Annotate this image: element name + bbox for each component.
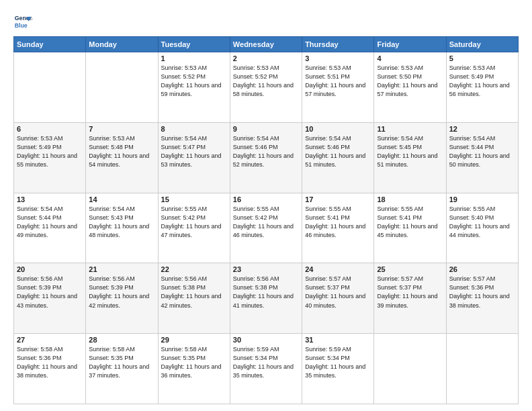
calendar-cell — [446, 334, 518, 404]
day-number: 31 — [305, 336, 371, 344]
calendar-cell: 26 Sunrise: 5:57 AMSunset: 5:36 PMDaylig… — [446, 263, 518, 334]
calendar-cell: 2 Sunrise: 5:53 AMSunset: 5:52 PMDayligh… — [230, 52, 302, 123]
day-info: Sunrise: 5:54 AMSunset: 5:44 PMDaylight:… — [17, 205, 83, 240]
calendar-week-row: 1 Sunrise: 5:53 AMSunset: 5:52 PMDayligh… — [14, 52, 519, 123]
page: General Blue SundayMondayTuesdayWednesda… — [0, 0, 532, 411]
calendar-cell — [14, 52, 86, 123]
calendar-cell: 5 Sunrise: 5:53 AMSunset: 5:49 PMDayligh… — [446, 52, 518, 123]
calendar-cell: 20 Sunrise: 5:56 AMSunset: 5:39 PMDaylig… — [14, 263, 86, 334]
day-info: Sunrise: 5:53 AMSunset: 5:49 PMDaylight:… — [449, 64, 515, 99]
svg-text:Blue: Blue — [15, 22, 28, 29]
day-info: Sunrise: 5:58 AMSunset: 5:35 PMDaylight:… — [89, 345, 154, 380]
calendar-header-sunday: Sunday — [14, 37, 86, 52]
day-number: 17 — [305, 195, 371, 203]
day-number: 9 — [233, 125, 299, 133]
calendar-header-saturday: Saturday — [446, 37, 518, 52]
day-info: Sunrise: 5:54 AMSunset: 5:46 PMDaylight:… — [233, 134, 299, 169]
day-number: 2 — [233, 54, 299, 62]
calendar-cell: 22 Sunrise: 5:56 AMSunset: 5:38 PMDaylig… — [158, 263, 230, 334]
day-info: Sunrise: 5:57 AMSunset: 5:37 PMDaylight:… — [377, 275, 443, 310]
day-info: Sunrise: 5:59 AMSunset: 5:34 PMDaylight:… — [233, 345, 299, 380]
day-info: Sunrise: 5:56 AMSunset: 5:38 PMDaylight:… — [161, 275, 227, 310]
calendar-cell: 4 Sunrise: 5:53 AMSunset: 5:50 PMDayligh… — [374, 52, 446, 123]
day-number: 11 — [377, 125, 443, 133]
day-number: 22 — [161, 265, 227, 273]
day-number: 3 — [305, 54, 371, 62]
header: General Blue — [13, 12, 519, 31]
day-info: Sunrise: 5:55 AMSunset: 5:40 PMDaylight:… — [449, 205, 515, 240]
calendar-cell: 10 Sunrise: 5:54 AMSunset: 5:46 PMDaylig… — [302, 122, 374, 193]
calendar-cell — [86, 52, 158, 123]
day-info: Sunrise: 5:54 AMSunset: 5:43 PMDaylight:… — [89, 205, 154, 240]
calendar-cell: 27 Sunrise: 5:58 AMSunset: 5:36 PMDaylig… — [14, 334, 86, 404]
day-info: Sunrise: 5:55 AMSunset: 5:42 PMDaylight:… — [161, 205, 227, 240]
calendar-cell: 7 Sunrise: 5:53 AMSunset: 5:48 PMDayligh… — [86, 122, 158, 193]
day-number: 14 — [89, 195, 154, 203]
calendar-cell: 11 Sunrise: 5:54 AMSunset: 5:45 PMDaylig… — [374, 122, 446, 193]
day-number: 7 — [89, 125, 154, 133]
day-info: Sunrise: 5:55 AMSunset: 5:42 PMDaylight:… — [233, 205, 299, 240]
day-number: 27 — [17, 336, 83, 344]
calendar-header-thursday: Thursday — [302, 37, 374, 52]
calendar-week-row: 20 Sunrise: 5:56 AMSunset: 5:39 PMDaylig… — [14, 263, 519, 334]
day-info: Sunrise: 5:58 AMSunset: 5:36 PMDaylight:… — [17, 345, 83, 380]
day-info: Sunrise: 5:53 AMSunset: 5:48 PMDaylight:… — [89, 134, 154, 169]
calendar-cell: 8 Sunrise: 5:54 AMSunset: 5:47 PMDayligh… — [158, 122, 230, 193]
calendar-cell: 31 Sunrise: 5:59 AMSunset: 5:34 PMDaylig… — [302, 334, 374, 404]
day-info: Sunrise: 5:55 AMSunset: 5:41 PMDaylight:… — [305, 205, 371, 240]
day-info: Sunrise: 5:54 AMSunset: 5:44 PMDaylight:… — [449, 134, 515, 169]
day-info: Sunrise: 5:54 AMSunset: 5:47 PMDaylight:… — [161, 134, 227, 169]
calendar-cell: 16 Sunrise: 5:55 AMSunset: 5:42 PMDaylig… — [230, 193, 302, 263]
calendar-cell: 3 Sunrise: 5:53 AMSunset: 5:51 PMDayligh… — [302, 52, 374, 123]
calendar-cell: 15 Sunrise: 5:55 AMSunset: 5:42 PMDaylig… — [158, 193, 230, 263]
day-info: Sunrise: 5:54 AMSunset: 5:46 PMDaylight:… — [305, 134, 371, 169]
day-number: 29 — [161, 336, 227, 344]
day-number: 20 — [17, 265, 83, 273]
day-number: 21 — [89, 265, 154, 273]
calendar-cell: 6 Sunrise: 5:53 AMSunset: 5:49 PMDayligh… — [14, 122, 86, 193]
day-number: 16 — [233, 195, 299, 203]
calendar-cell: 13 Sunrise: 5:54 AMSunset: 5:44 PMDaylig… — [14, 193, 86, 263]
calendar-cell — [374, 334, 446, 404]
calendar-header-friday: Friday — [374, 37, 446, 52]
day-info: Sunrise: 5:53 AMSunset: 5:50 PMDaylight:… — [377, 64, 443, 99]
calendar-header-monday: Monday — [86, 37, 158, 52]
day-info: Sunrise: 5:55 AMSunset: 5:41 PMDaylight:… — [377, 205, 443, 240]
logo: General Blue — [13, 12, 35, 31]
calendar-cell: 19 Sunrise: 5:55 AMSunset: 5:40 PMDaylig… — [446, 193, 518, 263]
calendar-cell: 28 Sunrise: 5:58 AMSunset: 5:35 PMDaylig… — [86, 334, 158, 404]
calendar-cell: 9 Sunrise: 5:54 AMSunset: 5:46 PMDayligh… — [230, 122, 302, 193]
calendar-header-tuesday: Tuesday — [158, 37, 230, 52]
day-info: Sunrise: 5:53 AMSunset: 5:49 PMDaylight:… — [17, 134, 83, 169]
day-info: Sunrise: 5:53 AMSunset: 5:52 PMDaylight:… — [161, 64, 227, 99]
day-number: 5 — [449, 54, 515, 62]
day-number: 28 — [89, 336, 154, 344]
calendar-cell: 18 Sunrise: 5:55 AMSunset: 5:41 PMDaylig… — [374, 193, 446, 263]
day-info: Sunrise: 5:56 AMSunset: 5:39 PMDaylight:… — [89, 275, 154, 310]
day-number: 8 — [161, 125, 227, 133]
day-info: Sunrise: 5:57 AMSunset: 5:37 PMDaylight:… — [305, 275, 371, 310]
day-info: Sunrise: 5:57 AMSunset: 5:36 PMDaylight:… — [449, 275, 515, 310]
day-number: 23 — [233, 265, 299, 273]
day-number: 12 — [449, 125, 515, 133]
day-info: Sunrise: 5:56 AMSunset: 5:39 PMDaylight:… — [17, 275, 83, 310]
calendar-cell: 17 Sunrise: 5:55 AMSunset: 5:41 PMDaylig… — [302, 193, 374, 263]
calendar-cell: 23 Sunrise: 5:56 AMSunset: 5:38 PMDaylig… — [230, 263, 302, 334]
calendar-cell: 1 Sunrise: 5:53 AMSunset: 5:52 PMDayligh… — [158, 52, 230, 123]
day-info: Sunrise: 5:53 AMSunset: 5:52 PMDaylight:… — [233, 64, 299, 99]
calendar-cell: 25 Sunrise: 5:57 AMSunset: 5:37 PMDaylig… — [374, 263, 446, 334]
calendar-week-row: 13 Sunrise: 5:54 AMSunset: 5:44 PMDaylig… — [14, 193, 519, 263]
day-info: Sunrise: 5:58 AMSunset: 5:35 PMDaylight:… — [161, 345, 227, 380]
day-number: 30 — [233, 336, 299, 344]
day-info: Sunrise: 5:54 AMSunset: 5:45 PMDaylight:… — [377, 134, 443, 169]
day-number: 15 — [161, 195, 227, 203]
day-number: 6 — [17, 125, 83, 133]
calendar-week-row: 27 Sunrise: 5:58 AMSunset: 5:36 PMDaylig… — [14, 334, 519, 404]
day-number: 4 — [377, 54, 443, 62]
day-number: 13 — [17, 195, 83, 203]
day-number: 10 — [305, 125, 371, 133]
day-number: 25 — [377, 265, 443, 273]
calendar-table: SundayMondayTuesdayWednesdayThursdayFrid… — [13, 36, 519, 404]
day-number: 24 — [305, 265, 371, 273]
calendar-cell: 14 Sunrise: 5:54 AMSunset: 5:43 PMDaylig… — [86, 193, 158, 263]
